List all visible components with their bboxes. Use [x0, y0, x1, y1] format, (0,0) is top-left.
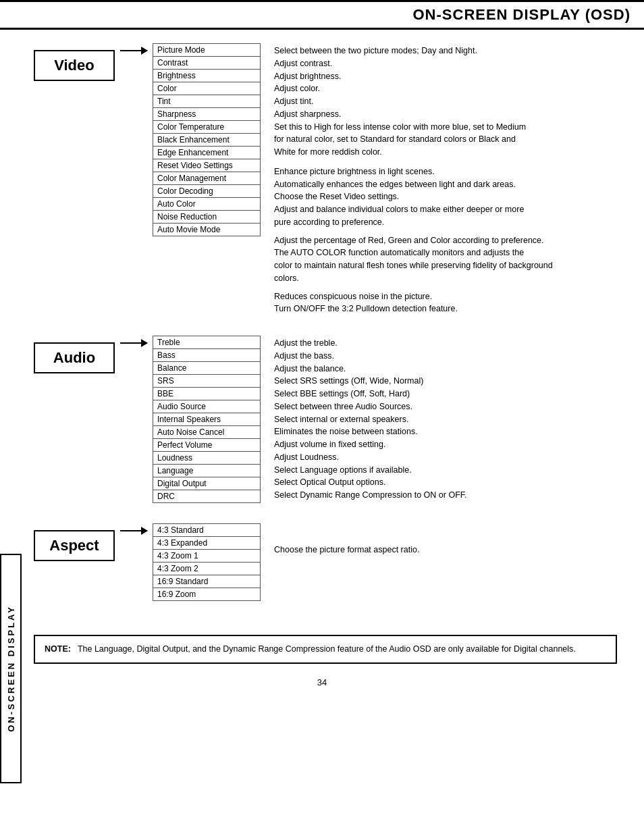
desc-row: Adjust the percentage of Red, Green and … — [274, 234, 553, 247]
item-cell: 4:3 Zoom 2 — [153, 563, 261, 575]
item-cell: Tint — [153, 95, 261, 108]
item-cell: DRC — [153, 490, 261, 503]
audio-label: Audio — [34, 342, 115, 373]
audio-descriptions: Adjust the treble. Adjust the bass. Adju… — [274, 337, 467, 502]
note-box: NOTE: The Language, Digital Output, and … — [34, 635, 617, 664]
desc-row: Select between three Audio Sources. — [274, 400, 467, 413]
desc-row: Eliminates the noise between stations. — [274, 425, 467, 438]
item-cell: Picture Mode — [153, 44, 261, 57]
item-cell: 4:3 Zoom 1 — [153, 550, 261, 563]
video-label: Video — [34, 50, 115, 81]
item-cell: 16:9 Zoom — [153, 588, 261, 601]
desc-row: Select Dynamic Range Compression to ON o… — [274, 489, 467, 502]
table-row: Auto Noise Cancel — [153, 426, 261, 439]
note-label: NOTE: — [45, 643, 71, 656]
table-row: Sharpness — [153, 108, 261, 121]
aspect-descriptions: Choose the picture format aspect ratio. — [274, 525, 419, 556]
desc-row: Choose the Reset Video settings. — [274, 190, 553, 203]
desc-row: Select BBE settings (Off, Soft, Hard) — [274, 388, 467, 400]
item-cell: Digital Output — [153, 477, 261, 490]
video-section: Video Picture Mode Contrast Brightness C… — [34, 43, 617, 315]
item-cell: Color — [153, 82, 261, 95]
item-cell: Treble — [153, 336, 261, 349]
desc-row: Adjust and balance individual colors to … — [274, 203, 553, 229]
table-row: 4:3 Zoom 1 — [153, 550, 261, 563]
table-row: Black Enhancement — [153, 134, 261, 147]
item-cell: Brightness — [153, 70, 261, 82]
audio-arrow — [120, 342, 147, 344]
item-cell: Audio Source — [153, 400, 261, 413]
item-cell: SRS — [153, 375, 261, 388]
table-row: Color Management — [153, 172, 261, 185]
aspect-arrow — [120, 530, 147, 531]
desc-row: Adjust contrast. — [274, 57, 553, 70]
table-row: SRS — [153, 375, 261, 388]
desc-row: Choose the picture format aspect ratio. — [274, 544, 419, 556]
item-cell: Auto Noise Cancel — [153, 426, 261, 439]
desc-row: Adjust the treble. — [274, 337, 467, 350]
aspect-label: Aspect — [34, 530, 115, 561]
desc-row: Turn ON/OFF the 3:2 Pulldown detection f… — [274, 303, 553, 315]
desc-row: Select Language options if available. — [274, 464, 467, 477]
desc-row: Adjust tint. — [274, 95, 553, 108]
table-row: Color Temperature — [153, 121, 261, 134]
table-row: Reset Video Settings — [153, 159, 261, 172]
desc-row: Adjust volume in fixed setting. — [274, 438, 467, 451]
item-cell: 16:9 Standard — [153, 575, 261, 588]
table-row: Language — [153, 465, 261, 477]
table-row: Contrast — [153, 57, 261, 70]
desc-row: Adjust the bass. — [274, 350, 467, 363]
desc-row: Adjust color. — [274, 82, 553, 95]
desc-row: Select Optical Output options. — [274, 476, 467, 489]
desc-row: Adjust the balance. — [274, 363, 467, 375]
table-row: Auto Movie Mode — [153, 224, 261, 236]
desc-row: Adjust Loudness. — [274, 451, 467, 464]
page-title: ON-SCREEN DISPLAY (OSD) — [14, 6, 630, 24]
item-cell: Color Temperature — [153, 121, 261, 134]
desc-row: The AUTO COLOR function automatically mo… — [274, 246, 553, 284]
table-row: Color Decoding — [153, 185, 261, 198]
item-cell: Color Management — [153, 172, 261, 185]
video-table-desc: Picture Mode Contrast Brightness Color T… — [153, 43, 553, 315]
video-descriptions: Select between the two picture modes; Da… — [274, 45, 553, 315]
table-row: Brightness — [153, 70, 261, 82]
desc-row: Select internal or external speakers. — [274, 413, 467, 426]
table-row: Tint — [153, 95, 261, 108]
item-cell: Noise Reduction — [153, 211, 261, 224]
aspect-table-desc: 4:3 Standard 4:3 Expanded 4:3 Zoom 1 4:3… — [153, 523, 419, 601]
table-row: Auto Color — [153, 198, 261, 211]
item-cell: Sharpness — [153, 108, 261, 121]
desc-row: Adjust sharpness. — [274, 108, 553, 121]
desc-row: Adjust brightness. — [274, 70, 553, 83]
page-number: 34 — [0, 677, 644, 687]
table-row: Bass — [153, 349, 261, 362]
aspect-items-table: 4:3 Standard 4:3 Expanded 4:3 Zoom 1 4:3… — [153, 523, 261, 601]
item-cell: Auto Color — [153, 198, 261, 211]
desc-row: Set this to High for less intense color … — [274, 121, 553, 159]
table-row: DRC — [153, 490, 261, 503]
table-row: Digital Output — [153, 477, 261, 490]
video-items-table: Picture Mode Contrast Brightness Color T… — [153, 43, 261, 236]
desc-row: Automatically enhances the edges between… — [274, 178, 553, 191]
note-text: The Language, Digital Output, and the Dy… — [78, 643, 576, 656]
audio-items-table: Treble Bass Balance SRS BBE Audio Source… — [153, 336, 261, 503]
item-cell: Loudness — [153, 452, 261, 465]
table-row: Internal Speakers — [153, 413, 261, 426]
desc-row: Enhance picture brightness in light scen… — [274, 165, 553, 178]
arrow-line — [120, 50, 147, 51]
table-row: 4:3 Standard — [153, 524, 261, 537]
arrow-line — [120, 530, 147, 531]
table-row: Color — [153, 82, 261, 95]
table-row: 4:3 Zoom 2 — [153, 563, 261, 575]
sidebar-label: ON-SCREEN DISPLAY — [0, 554, 22, 783]
table-row: Picture Mode — [153, 44, 261, 57]
table-row: 16:9 Zoom — [153, 588, 261, 601]
table-row: 4:3 Expanded — [153, 537, 261, 550]
desc-row: Select SRS settings (Off, Wide, Normal) — [274, 375, 467, 388]
table-row: Audio Source — [153, 400, 261, 413]
item-cell: 4:3 Standard — [153, 524, 261, 537]
item-cell: BBE — [153, 388, 261, 400]
item-cell: Black Enhancement — [153, 134, 261, 147]
table-row: Loudness — [153, 452, 261, 465]
arrow-line — [120, 342, 147, 344]
